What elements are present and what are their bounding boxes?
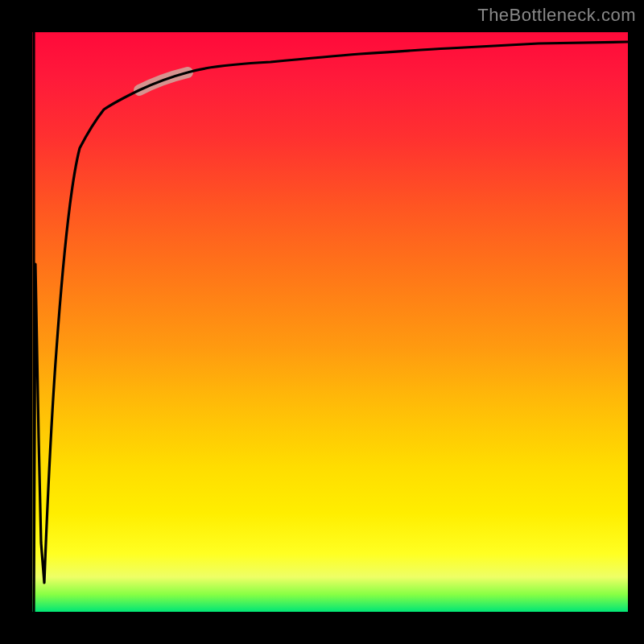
- plot-area: [32, 32, 628, 612]
- attribution-text: TheBottleneck.com: [477, 5, 636, 26]
